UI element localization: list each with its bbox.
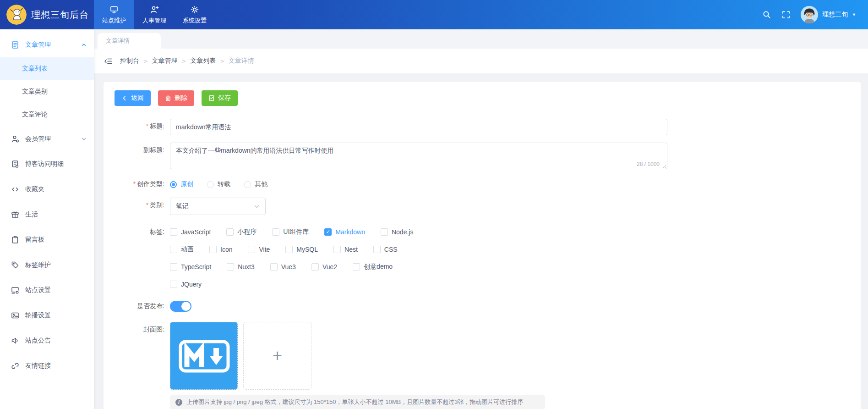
topnav-label: 站点维护 (102, 17, 126, 25)
save-button[interactable]: 保存 (202, 90, 238, 106)
sidebar-item-site-settings[interactable]: 站点设置 (0, 277, 94, 303)
radio-original[interactable]: 原创 (170, 180, 193, 188)
sidebar: 文章管理 文章列表 文章类别 文章评论 会员管理 (0, 29, 94, 409)
tag-checkbox[interactable]: Node.js (381, 228, 413, 236)
sidebar-item-member-management[interactable]: 会员管理 (0, 126, 94, 151)
sidebar-item-article-category[interactable]: 文章类别 (0, 80, 94, 103)
tag-checkbox[interactable]: MySQL (285, 246, 318, 253)
form-row-publish: 是否发布: (115, 298, 850, 312)
tag-checkbox[interactable]: Vue2 (311, 263, 337, 271)
sidebar-item-carousel-settings[interactable]: 轮播设置 (0, 303, 94, 328)
tag-checkbox[interactable]: 小程序 (226, 228, 257, 236)
char-counter: 28 / 1000 (637, 161, 660, 167)
sidebar-item-label: 友情链接 (25, 362, 51, 370)
user-avatar (801, 6, 818, 23)
category-select[interactable]: 笔记 (170, 198, 266, 215)
topnav-system-settings[interactable]: 系统设置 (175, 0, 215, 29)
sidebar-item-label: 站点设置 (25, 286, 51, 294)
topnav-hr-management[interactable]: 人事管理 (134, 0, 175, 29)
tag-checkbox[interactable]: Vite (248, 246, 270, 253)
radio-repost[interactable]: 转载 (207, 180, 230, 188)
back-button[interactable]: 返回 (115, 90, 151, 106)
topbar: 理想三旬后台 站点维护 人事管理 (0, 0, 868, 29)
search-icon[interactable] (762, 10, 771, 19)
markdown-logo-icon (170, 322, 238, 390)
sidebar-item-label: 生活 (25, 210, 38, 219)
checkbox (227, 263, 234, 271)
tag-checkbox[interactable]: CSS (373, 246, 398, 253)
tag-checkbox[interactable]: JQuery (170, 281, 202, 288)
subtitle-textarea[interactable]: 本文介绍了一些markdown的常用语法供日常写作时使用 28 / 1000 (170, 143, 667, 169)
radio-dot (170, 181, 177, 188)
article-icon (11, 41, 19, 49)
tag-checkbox[interactable]: Icon (209, 246, 232, 253)
form-row-title: *标题: markdown常用语法 (115, 119, 850, 135)
sidebar-item-label: 文章类别 (22, 88, 48, 96)
main-area: 文章详情 控制台 > 文章管理 > 文章列表 > 文章详情 (94, 29, 868, 409)
category-value: 笔记 (176, 202, 189, 210)
checkbox (270, 263, 278, 271)
content: 返回 删除 保存 (94, 73, 868, 409)
tag-checkbox-markdown[interactable]: ✓Markdown (324, 228, 365, 236)
tag-checkbox[interactable]: UI组件库 (272, 228, 309, 236)
menu-fold-icon[interactable] (104, 57, 113, 66)
sidebar-item-site-announcement[interactable]: 站点公告 (0, 328, 94, 353)
tag-checkbox[interactable]: Vue3 (270, 263, 296, 271)
checkbox (272, 228, 279, 236)
form-row-category: *类别: 笔记 (115, 198, 850, 215)
sidebar-item-tag-maintenance[interactable]: 标签维护 (0, 252, 94, 277)
sidebar-item-article-list[interactable]: 文章列表 (0, 57, 94, 80)
tab-label: 文章详情 (106, 37, 130, 45)
upload-hint-bar: i 上传图片支持 jpg / png / jpeg 格式，建议尺寸为 150*1… (170, 395, 545, 409)
sidebar-item-article-comments[interactable]: 文章评论 (0, 103, 94, 126)
sidebar-item-message-board[interactable]: 留言板 (0, 227, 94, 252)
checkbox (311, 263, 319, 271)
tab-article-detail[interactable]: 文章详情 (98, 33, 161, 49)
resize-handle[interactable] (662, 164, 666, 168)
checkbox (353, 263, 360, 271)
delete-button[interactable]: 删除 (158, 90, 194, 106)
tag-checkbox[interactable]: Nuxt3 (227, 263, 255, 271)
sidebar-item-friend-links[interactable]: 友情链接 (0, 353, 94, 378)
tag-checkbox[interactable]: 创意demo (353, 263, 393, 271)
toggle-knob (181, 302, 191, 311)
save-button-label: 保存 (218, 94, 231, 102)
code-icon (11, 185, 19, 193)
tag-checkbox[interactable]: JavaScript (170, 228, 211, 236)
title-input[interactable]: markdown常用语法 (170, 119, 667, 135)
upload-image-button[interactable]: + (243, 322, 311, 390)
form-row-cover: 封面图: (115, 322, 850, 409)
logo-avatar-icon (6, 5, 27, 25)
sidebar-item-favorites[interactable]: 收藏夹 (0, 177, 94, 202)
sidebar-item-label: 文章评论 (22, 111, 48, 119)
user-menu[interactable]: 理想三旬 ▼ (801, 6, 856, 23)
breadcrumb-item-console[interactable]: 控制台 (120, 57, 139, 65)
sidebar-item-life[interactable]: 生活 (0, 202, 94, 227)
breadcrumb-item-article-list[interactable]: 文章列表 (190, 57, 216, 65)
breadcrumb-item-article-management[interactable]: 文章管理 (152, 57, 178, 65)
article-detail-card: 返回 删除 保存 (104, 82, 861, 409)
cover-image-list: + (170, 322, 545, 390)
app-title: 理想三旬后台 (31, 9, 89, 21)
sidebar-item-label: 轮播设置 (25, 311, 51, 320)
checkbox (333, 246, 341, 253)
tag-checkbox[interactable]: 动画 (170, 245, 194, 254)
publish-toggle[interactable] (170, 301, 191, 312)
sidebar-item-article-management[interactable]: 文章管理 (0, 32, 94, 57)
tag-checkbox[interactable]: TypeScript (170, 263, 211, 271)
checkbox (248, 246, 255, 253)
breadcrumb-separator: > (144, 58, 147, 65)
breadcrumb-separator: > (220, 58, 224, 65)
back-button-label: 返回 (131, 94, 144, 102)
fullscreen-icon[interactable] (781, 10, 791, 19)
sidebar-item-visit-log[interactable]: 博客访问明细 (0, 151, 94, 177)
cover-image-markdown[interactable] (170, 322, 238, 390)
tag-checkbox[interactable]: Nest (333, 246, 358, 253)
topnav-site-maintenance[interactable]: 站点维护 (94, 0, 134, 29)
form-row-type: *创作类型: 原创 转载 (115, 177, 850, 188)
radio-other[interactable]: 其他 (244, 180, 267, 188)
topnav-label: 人事管理 (142, 17, 166, 25)
topbar-right: 理想三旬 ▼ (762, 0, 868, 29)
tags-group: JavaScript 小程序 UI组件库 ✓Markdown Node.js 动… (170, 224, 413, 296)
breadcrumb-item-article-detail: 文章详情 (229, 57, 254, 65)
